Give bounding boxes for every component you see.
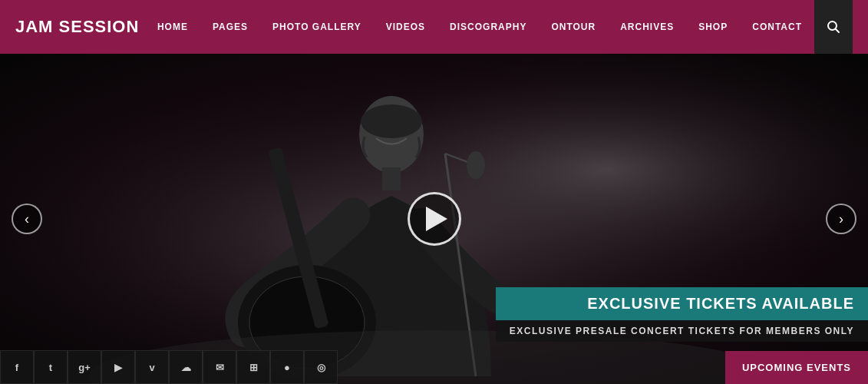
svg-line-1: [836, 29, 840, 33]
nav-contact[interactable]: CONTACT: [740, 0, 814, 54]
instagram-social-icon[interactable]: ◎: [304, 350, 338, 384]
search-button[interactable]: [814, 0, 853, 54]
site-logo[interactable]: JAM SESSION: [15, 17, 139, 37]
tickets-subtitle: EXCLUSIVE PRESALE CONCERT TICKETS FOR ME…: [496, 320, 868, 342]
main-nav: HOMEPAGESPHOTO GALLERYVIDEOSDISCOGRAPHYO…: [145, 0, 814, 54]
prev-arrow-icon: ‹: [25, 211, 29, 227]
svg-point-13: [467, 151, 485, 179]
facebook-social-icon[interactable]: f: [0, 350, 34, 384]
vimeo-social-icon[interactable]: v: [135, 350, 169, 384]
email-social-icon[interactable]: ✉: [203, 350, 236, 384]
nav-discography[interactable]: DISCOGRAPHY: [437, 0, 539, 54]
next-slide-button[interactable]: ›: [826, 204, 856, 234]
nav-home[interactable]: HOME: [145, 0, 200, 54]
tickets-overlay: EXCLUSIVE TICKETS AVAILABLE EXCLUSIVE PR…: [496, 287, 868, 342]
upcoming-events-button[interactable]: UPCOMING EVENTS: [725, 351, 868, 384]
google-plus-social-icon[interactable]: g+: [68, 350, 101, 384]
nav-videos[interactable]: VIDEOS: [374, 0, 437, 54]
prev-slide-button[interactable]: ‹: [12, 204, 42, 234]
tumblr-social-icon[interactable]: ⊞: [236, 350, 270, 384]
search-icon: [827, 20, 840, 34]
nav-ontour[interactable]: ONTOUR: [539, 0, 608, 54]
youtube-social-icon[interactable]: ▶: [101, 350, 135, 384]
play-button[interactable]: [408, 192, 461, 246]
nav-shop[interactable]: SHOP: [686, 0, 740, 54]
pinterest-social-icon[interactable]: ●: [270, 350, 304, 384]
hero-section: ‹ › EXCLUSIVE TICKETS AVAILABLE EXCLUSIV…: [0, 54, 868, 384]
twitter-social-icon[interactable]: t: [34, 350, 68, 384]
soundcloud-social-icon[interactable]: ☁: [169, 350, 203, 384]
nav-photo-gallery[interactable]: PHOTO GALLERY: [260, 0, 374, 54]
tickets-title[interactable]: EXCLUSIVE TICKETS AVAILABLE: [496, 287, 868, 320]
next-arrow-icon: ›: [839, 211, 843, 227]
nav-archives[interactable]: ARCHIVES: [608, 0, 686, 54]
site-header: JAM SESSION HOMEPAGESPHOTO GALLERYVIDEOS…: [0, 0, 868, 54]
svg-rect-7: [382, 167, 401, 190]
social-bar: ftg+▶v☁✉⊞●◎: [0, 350, 338, 384]
svg-point-15: [361, 104, 422, 138]
nav-pages[interactable]: PAGES: [200, 0, 260, 54]
